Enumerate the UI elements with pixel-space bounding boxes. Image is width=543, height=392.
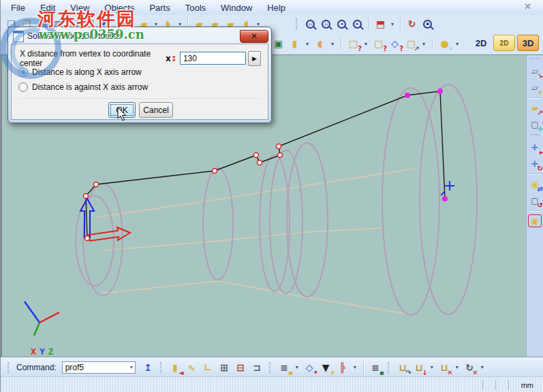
profile-vertex[interactable] — [254, 153, 259, 158]
view-mode-buttons: 2D 2D 3D — [471, 35, 539, 51]
dialog-close-button[interactable]: ✕ — [240, 30, 268, 43]
dialog-title: Solid's Profile Constraints — [27, 31, 120, 41]
command-combo[interactable]: prof5 ▾ — [62, 361, 136, 374]
insert-fragment-icon[interactable]: ⊔↓ — [412, 361, 426, 374]
check-model-icon[interactable]: ▢↗ — [404, 37, 418, 50]
profile-circle[interactable] — [287, 143, 328, 297]
dropdown-arrow-icon[interactable]: ▾ — [294, 364, 300, 370]
sketch-plane-icon[interactable]: ⊐ — [250, 361, 264, 374]
profile-circle[interactable] — [270, 150, 302, 293]
selected-vertex[interactable] — [405, 93, 410, 98]
dropdown-arrow-icon[interactable]: ▾ — [420, 41, 427, 47]
macros-icon[interactable]: ≡▪ — [369, 361, 383, 374]
x-axis-arrow[interactable] — [89, 227, 130, 241]
assembly-analysis-icon[interactable]: ●◦ — [437, 37, 452, 50]
dropdown-arrow-icon[interactable]: ▾ — [352, 364, 358, 370]
document-close-icon[interactable]: ✕ — [524, 1, 531, 12]
lcs-icon[interactable]: ◇• — [302, 361, 317, 374]
dialog-body: X distance from vertex to coordinate cen… — [11, 44, 268, 120]
units-indicator: mm — [521, 381, 533, 389]
profile-vertex[interactable] — [85, 236, 90, 241]
menu-window[interactable]: Window — [213, 1, 260, 15]
next-view-icon[interactable]: ▸ — [350, 17, 364, 31]
workpiece-icon[interactable]: ▣ — [271, 37, 285, 50]
isometric-view-icon[interactable]: ⬒ — [373, 17, 388, 31]
cap-face-icon[interactable]: ◖ — [313, 37, 327, 50]
menu-file[interactable]: File — [3, 1, 33, 15]
dropdown-arrow-icon[interactable]: ▾ — [454, 41, 461, 47]
toolbar-separator — [432, 37, 433, 50]
expression-expand-button[interactable]: ▶ — [248, 51, 261, 66]
dropdown-arrow-icon[interactable]: ▾ — [329, 41, 336, 47]
dropdown-arrow-icon[interactable]: ▾ — [429, 364, 435, 370]
zoom-model-icon[interactable]: ▪ — [420, 17, 435, 31]
profile-circle[interactable] — [420, 84, 477, 314]
model-elements-icon[interactable]: ≡▪ — [277, 361, 292, 374]
menu-help[interactable]: Help — [260, 1, 293, 15]
status-separator — [508, 380, 509, 390]
material-icon[interactable]: ▼▾ — [319, 361, 333, 374]
menu-edit[interactable]: Edit — [33, 1, 63, 15]
zoom-window-icon[interactable]: ▫ — [319, 17, 333, 31]
selected-vertex[interactable] — [437, 88, 443, 94]
dialog-title-bar[interactable]: Solid's Profile Constraints ✕ — [8, 27, 271, 44]
model-tree-icon[interactable]: ╠ — [335, 361, 350, 374]
dropdown-arrow-icon[interactable]: ▾ — [362, 41, 369, 47]
workplane-by-face-icon[interactable]: ▱↘ — [528, 65, 542, 78]
exit-command-icon[interactable]: ↥ — [141, 361, 155, 374]
solid-body-icon[interactable]: ▮◄ — [168, 361, 183, 374]
menu-view[interactable]: View — [63, 1, 97, 15]
command-combo-dropdown-icon[interactable]: ▾ — [128, 364, 135, 370]
view-2d-button[interactable]: 2D — [471, 35, 491, 50]
delete-fragment-icon[interactable]: ⊔✕ — [437, 361, 452, 374]
view-2d-window-button[interactable]: 2D — [493, 35, 515, 51]
surface-ruling-line — [104, 228, 384, 250]
bend-icon[interactable]: ∟ — [201, 361, 215, 374]
x-distance-input[interactable] — [180, 52, 246, 65]
edit-workplane-icon[interactable]: ▣⇄ — [528, 178, 542, 191]
menu-bar: FileEditViewObjectsPartsToolsWindowHelp — [1, 0, 543, 16]
workplane-icon[interactable]: ⊟ — [234, 361, 248, 374]
radio-along-x[interactable] — [18, 67, 28, 77]
dropdown-arrow-icon[interactable]: ▾ — [304, 41, 311, 47]
profile-vertex[interactable] — [94, 182, 99, 187]
section-view-icon[interactable]: ⊞ — [217, 361, 232, 374]
rotate-lcs-icon[interactable]: ✛↻ — [528, 157, 542, 170]
profile-vertex[interactable] — [278, 153, 283, 158]
menu-objects[interactable]: Objects — [97, 1, 142, 15]
dropdown-arrow-icon[interactable]: ▾ — [479, 364, 486, 370]
menu-parts[interactable]: Parts — [142, 1, 177, 15]
profile-vertex[interactable] — [258, 161, 262, 165]
convert-fragment-icon[interactable]: ↻✕ — [463, 361, 477, 374]
zoom-all-icon[interactable]: ▭ — [303, 17, 317, 31]
measure-vertex-icon[interactable]: □? — [346, 37, 360, 50]
profile-vertex[interactable] — [84, 194, 89, 199]
view-3d-button[interactable]: 3D — [517, 35, 539, 51]
ok-button[interactable]: OK — [108, 102, 136, 118]
translate-lcs-icon[interactable]: ✛▸ — [528, 141, 542, 154]
radio-against-x[interactable] — [18, 82, 28, 92]
measure-relation-icon[interactable]: ◇? — [388, 37, 402, 50]
workplane-standard-icon[interactable]: ▱✳ — [528, 81, 542, 94]
previous-view-icon[interactable]: ◂ — [335, 17, 349, 31]
measure-element-icon[interactable]: ▢? — [371, 37, 386, 50]
radio-along-x-label: Distance is along X axis arrow — [32, 67, 142, 77]
active-workplane-icon[interactable]: ▣ — [528, 214, 542, 227]
profile-vertex[interactable] — [277, 144, 281, 149]
rotate-view-icon[interactable]: ↻ — [405, 17, 419, 31]
profile-vertex[interactable] — [213, 169, 217, 174]
dropdown-arrow-icon[interactable]: ▾ — [389, 21, 396, 27]
selected-vertex[interactable] — [442, 196, 448, 201]
profile-circle[interactable] — [382, 88, 439, 315]
dropdown-arrow-icon[interactable]: ▾ — [454, 364, 461, 370]
move-copy-icon[interactable]: ▢✛ — [528, 118, 542, 131]
rotate-model-icon[interactable]: ▢↺ — [528, 194, 542, 207]
menu-tools[interactable]: Tools — [178, 1, 213, 15]
hole-icon[interactable]: ▮ — [288, 37, 302, 50]
profile-circle[interactable] — [203, 168, 233, 280]
push-prism-icon[interactable]: ▰↗ — [528, 101, 542, 114]
cancel-button[interactable]: Cancel — [139, 102, 173, 118]
open-fragment-icon[interactable]: ⊔↷ — [396, 361, 410, 374]
x-dimension-icon: x↕ — [166, 54, 177, 63]
sweep-icon[interactable]: ∿ — [185, 361, 199, 374]
